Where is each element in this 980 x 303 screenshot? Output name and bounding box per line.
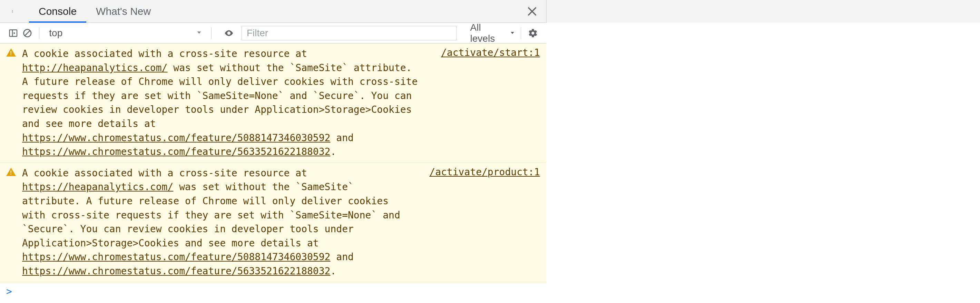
chevron-down-icon [509,28,516,39]
context-selector[interactable]: top [44,26,206,40]
svg-marker-7 [14,32,16,34]
separator [211,27,212,39]
link[interactable]: https://www.chromestatus.com/feature/563… [22,146,330,157]
levels-label: All levels [470,22,506,44]
tab-label: What's New [96,6,151,17]
warning-icon [6,48,17,159]
svg-marker-10 [197,32,201,33]
toggle-sidebar-icon[interactable] [6,26,21,40]
tab-whats-new[interactable]: What's New [86,0,161,22]
warning-message: A cookie associated with a cross-site re… [22,166,410,279]
warning-icon [6,168,17,279]
console-warning-entry: A cookie associated with a cross-site re… [0,43,546,163]
console-prompt[interactable]: > [0,282,546,301]
close-icon[interactable] [523,3,541,20]
console-toolbar: top All levels [0,23,546,43]
svg-point-11 [228,32,230,34]
separator [39,27,39,39]
svg-rect-5 [10,30,17,36]
console-warning-entry: A cookie associated with a cross-site re… [0,163,546,282]
link[interactable]: https://www.chromestatus.com/feature/508… [22,132,330,144]
tab-label: Console [39,6,76,17]
link[interactable]: https://www.chromestatus.com/feature/563… [22,265,330,277]
devtools-tabbar: Console What's New [0,0,546,23]
warning-message: A cookie associated with a cross-site re… [22,47,422,159]
svg-line-9 [25,30,30,35]
tab-console[interactable]: Console [29,0,86,22]
svg-point-2 [12,12,13,13]
source-link[interactable]: /activate/product:1 [415,166,540,279]
source-link[interactable]: /activate/start:1 [427,47,540,159]
svg-point-1 [12,11,13,12]
log-levels-selector[interactable]: All levels [470,22,516,44]
svg-marker-12 [511,32,514,34]
link[interactable]: http://heapanalytics.com/ [22,62,167,73]
clear-console-icon[interactable] [21,26,35,40]
more-menu-icon[interactable] [6,5,19,18]
link[interactable]: https://heapanalytics.com/ [22,181,173,193]
live-expression-icon[interactable] [222,26,236,40]
chevron-down-icon [195,28,203,39]
link[interactable]: https://www.chromestatus.com/feature/508… [22,251,330,263]
settings-icon[interactable] [526,26,540,40]
prompt-caret: > [6,286,12,297]
secondary-pane [546,0,980,23]
filter-input[interactable] [242,26,457,40]
svg-point-0 [12,10,13,11]
console-log: A cookie associated with a cross-site re… [0,43,546,301]
separator [521,27,521,39]
context-value: top [49,28,62,39]
